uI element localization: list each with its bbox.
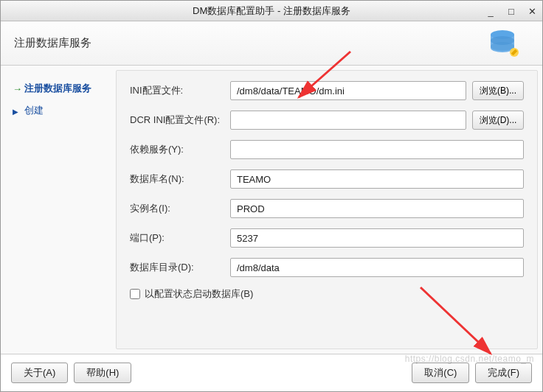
about-button[interactable]: 关于(A) — [11, 363, 68, 383]
triangle-right-icon — [13, 105, 20, 116]
dir-input[interactable] — [230, 258, 524, 277]
sidebar-item-register[interactable]: 注册数据库服务 — [10, 77, 111, 99]
dcr-browse-button[interactable]: 浏览(D)... — [472, 111, 524, 130]
inst-input[interactable] — [230, 199, 524, 218]
dbname-label: 数据库名(N): — [130, 172, 224, 186]
row-inst: 实例名(I): — [130, 199, 524, 218]
ini-label: INI配置文件: — [130, 84, 224, 97]
port-label: 端口(P): — [130, 231, 224, 245]
close-icon[interactable]: ✕ — [526, 6, 538, 17]
dir-label: 数据库目录(D): — [130, 261, 224, 274]
window: DM数据库配置助手 - 注册数据库服务 _ □ ✕ 注册数据库服务 注册数据库服… — [0, 0, 543, 392]
row-dep: 依赖服务(Y): — [130, 140, 524, 159]
inst-label: 实例名(I): — [130, 202, 224, 215]
row-ini: INI配置文件: 浏览(B)... — [130, 81, 524, 100]
sidebar-item-create[interactable]: 创建 — [10, 99, 111, 122]
port-input[interactable] — [230, 228, 524, 248]
minimize-icon[interactable]: _ — [485, 6, 497, 17]
row-dbname: 数据库名(N): — [130, 169, 524, 189]
page-title: 注册数据库服务 — [14, 36, 91, 50]
dep-label: 依赖服务(Y): — [130, 143, 224, 156]
svg-point-2 — [491, 42, 514, 51]
header: 注册数据库服务 — [1, 21, 542, 66]
row-port: 端口(P): — [130, 228, 524, 248]
cancel-button[interactable]: 取消(C) — [412, 363, 469, 383]
window-controls: _ □ ✕ — [485, 1, 538, 21]
sidebar-item-label: 注册数据库服务 — [24, 82, 91, 95]
footer: 关于(A) 帮助(H) 取消(C) 完成(F) — [1, 354, 542, 391]
dcr-input[interactable] — [230, 111, 466, 130]
database-icon — [485, 27, 520, 63]
body: 注册数据库服务 创建 INI配置文件: 浏览(B)... DCR INI配置文件… — [1, 66, 542, 354]
finish-button[interactable]: 完成(F) — [475, 363, 532, 383]
dbname-input[interactable] — [230, 169, 524, 189]
titlebar: DM数据库配置助手 - 注册数据库服务 _ □ ✕ — [1, 1, 542, 21]
form-panel: INI配置文件: 浏览(B)... DCR INI配置文件(R): 浏览(D).… — [116, 70, 538, 349]
ini-input[interactable] — [230, 81, 466, 100]
sidebar: 注册数据库服务 创建 — [5, 70, 116, 349]
dcr-label: DCR INI配置文件(R): — [130, 113, 224, 127]
row-dcr: DCR INI配置文件(R): 浏览(D)... — [130, 111, 524, 130]
dep-input[interactable] — [230, 140, 524, 159]
row-dir: 数据库目录(D): — [130, 258, 524, 277]
arrow-right-icon — [13, 83, 20, 94]
ini-browse-button[interactable]: 浏览(B)... — [472, 81, 524, 100]
row-checkbox: 以配置状态启动数据库(B) — [130, 287, 524, 301]
maximize-icon[interactable]: □ — [505, 6, 517, 17]
sidebar-item-label: 创建 — [24, 104, 44, 117]
start-config-checkbox[interactable] — [130, 289, 140, 299]
checkbox-label: 以配置状态启动数据库(B) — [145, 287, 253, 301]
help-button[interactable]: 帮助(H) — [74, 363, 131, 383]
window-title: DM数据库配置助手 - 注册数据库服务 — [193, 4, 350, 18]
